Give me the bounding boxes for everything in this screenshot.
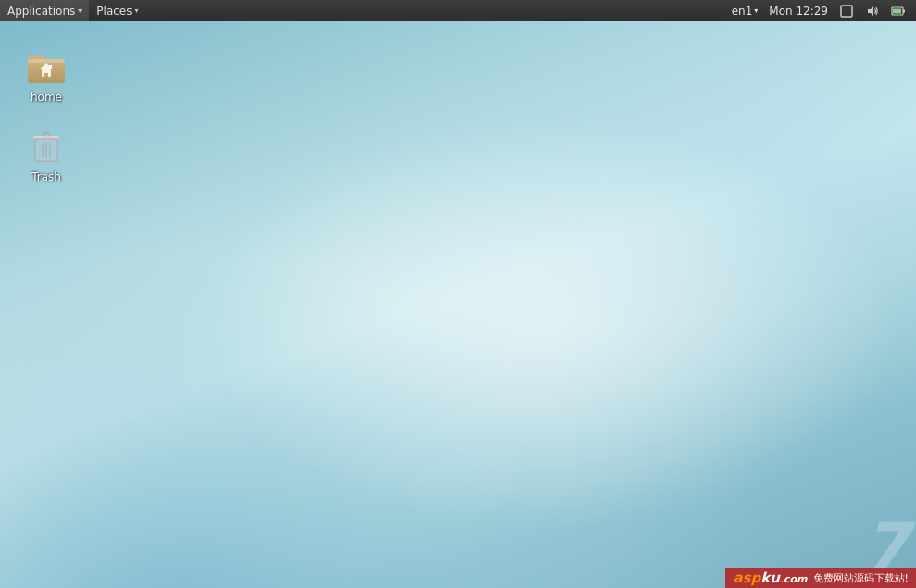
- clock-label: Mon 12:29: [769, 5, 828, 18]
- desktop-icons-area: home Trash: [0, 28, 93, 199]
- aspku-ku: ku: [760, 569, 780, 586]
- svg-marker-1: [868, 6, 873, 16]
- trash-can-icon: [24, 122, 69, 167]
- home-icon-label: home: [31, 91, 62, 104]
- applications-label: Applications: [7, 5, 75, 18]
- top-panel: Applications ▾ Places ▾ en1 ▾ Mon 12:29: [0, 0, 916, 21]
- aspku-com: com: [784, 573, 808, 585]
- svg-rect-4: [893, 8, 901, 13]
- trash-icon-item[interactable]: Trash: [9, 117, 83, 189]
- places-label: Places: [96, 5, 132, 18]
- panel-left: Applications ▾ Places ▾: [0, 0, 727, 21]
- home-icon-item[interactable]: home: [9, 37, 83, 109]
- clock-display[interactable]: Mon 12:29: [764, 0, 833, 21]
- panel-right: en1 ▾ Mon 12:29: [727, 0, 916, 21]
- desktop-background: [0, 0, 916, 588]
- applications-menu[interactable]: Applications ▾: [0, 0, 89, 21]
- aspku-banner: aspku.com 免费网站源码下载站!: [725, 568, 916, 588]
- svg-rect-20: [33, 136, 59, 138]
- places-menu[interactable]: Places ▾: [89, 0, 145, 21]
- keyboard-arrow: ▾: [754, 6, 758, 15]
- svg-rect-0: [841, 6, 852, 17]
- show-desktop-button[interactable]: [834, 0, 859, 21]
- applications-arrow: ▾: [78, 6, 82, 15]
- aspku-tagline: 免费网站源码下载站!: [813, 571, 909, 585]
- aspku-logo: aspku.com: [733, 569, 807, 586]
- keyboard-layout-label: en1: [732, 5, 753, 18]
- volume-icon: [865, 4, 880, 19]
- trash-icon-label: Trash: [31, 170, 61, 183]
- aspku-asp: asp: [733, 569, 760, 586]
- svg-rect-12: [49, 65, 52, 69]
- keyboard-layout-indicator[interactable]: en1 ▾: [727, 0, 763, 21]
- volume-control[interactable]: [860, 0, 885, 21]
- battery-indicator[interactable]: [886, 0, 910, 21]
- places-arrow: ▾: [134, 6, 138, 15]
- svg-rect-11: [44, 73, 48, 77]
- svg-rect-3: [903, 9, 905, 12]
- home-folder-icon: [24, 43, 69, 87]
- show-desktop-icon: [839, 4, 854, 19]
- battery-icon: [891, 4, 906, 19]
- svg-rect-8: [28, 59, 65, 63]
